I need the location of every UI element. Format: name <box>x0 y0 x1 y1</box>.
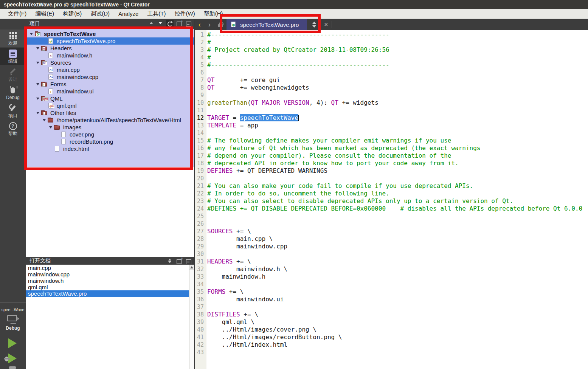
close-icon[interactable] <box>185 258 192 264</box>
grid-icon <box>8 31 17 40</box>
split-editor-icon[interactable] <box>311 21 318 28</box>
line-number: 8 <box>195 84 206 91</box>
tab-speechtotextwave-pro[interactable]: qt speechToTextWave.pro <box>227 19 307 30</box>
code-line: # The following define makes your compil… <box>206 137 588 144</box>
tree-item[interactable]: C+Sources <box>26 59 194 66</box>
menu-item[interactable]: 文件(F) <box>4 9 31 18</box>
debug-run-button[interactable] <box>0 353 26 364</box>
kit-expand-arrow-icon[interactable] <box>17 317 19 320</box>
lock-icon[interactable] <box>217 21 223 28</box>
mode-grid[interactable]: 欢迎 <box>0 29 26 47</box>
code-line: TARGET = speechToTextWave <box>206 114 588 122</box>
tree-item-label: recordButton.png <box>70 138 113 145</box>
doc-badge <box>43 112 45 115</box>
tree-item[interactable]: /Forms <box>26 81 194 88</box>
mode-pencil[interactable]: 设计 <box>0 66 26 83</box>
split-icon[interactable] <box>176 20 183 26</box>
expand-arrow-icon[interactable] <box>42 116 48 124</box>
tree-item[interactable]: cover.png <box>26 131 194 138</box>
folder-icon: qml <box>41 96 48 102</box>
code-line: greaterThan(QT_MAJOR_VERSION, 4): QT += … <box>206 99 588 107</box>
split-icon[interactable] <box>176 258 183 264</box>
line-number: 22 <box>195 190 206 197</box>
expand-arrow-icon[interactable] <box>49 124 54 131</box>
code-segment: #DEFINES += QT_DISABLE_DEPRECATED_BEFORE… <box>207 205 582 212</box>
code-line: main.cpp \ <box>206 235 588 243</box>
forward-icon[interactable]: › <box>205 19 214 30</box>
code-segment: # depend on your compiler). Please consu… <box>207 152 451 159</box>
line-number: 1 <box>195 31 206 39</box>
code-segment: # deprecated API in order to know how to… <box>207 160 459 167</box>
code-line: # deprecated API in order to know how to… <box>206 160 588 167</box>
sync-icon[interactable] <box>166 20 174 28</box>
collapse-icon[interactable] <box>148 20 155 26</box>
menu-item[interactable]: 编辑(E) <box>31 9 59 18</box>
filter-icon[interactable] <box>157 20 164 26</box>
menu-item[interactable]: 帮助(H) <box>200 9 228 18</box>
mode-bug[interactable]: Debug <box>0 84 26 101</box>
kit-selector[interactable]: spee...Wave Debug <box>0 302 26 331</box>
tree-item[interactable]: C+main.cpp <box>26 66 194 73</box>
file-icon <box>61 132 67 138</box>
code-segment: # Project created by QtCreator 2018-11-0… <box>207 46 389 53</box>
tree-item[interactable]: C+mainwindow.cpp <box>26 73 194 81</box>
mode-label: 欢迎 <box>8 41 17 45</box>
close-tab-icon[interactable]: × <box>323 20 329 29</box>
expand-arrow-icon[interactable] <box>36 95 41 102</box>
tree-item[interactable]: hmainwindow.h <box>26 52 194 59</box>
tree-item[interactable]: index.html <box>26 145 194 152</box>
file-icon: qt <box>48 38 54 44</box>
back-icon[interactable]: ‹ <box>195 19 205 30</box>
open-doc-item[interactable]: qml.qml <box>26 284 189 290</box>
code-line: #---------------------------------------… <box>206 31 588 39</box>
monitor-icon <box>7 315 17 321</box>
run-button[interactable] <box>0 338 26 349</box>
menu-item[interactable]: 工具(T) <box>143 9 170 18</box>
build-button[interactable] <box>0 366 26 369</box>
editor-tab-bar: ‹ › qt speechToTextWave.pro × <box>195 19 588 30</box>
updown-icon[interactable] <box>167 258 174 264</box>
close-icon[interactable] <box>185 20 192 26</box>
menu-item[interactable]: 控件(W) <box>171 9 200 18</box>
tree-item-label: speechToTextWave <box>44 31 96 37</box>
code-segment: ../Html/index.html <box>207 341 287 348</box>
mode-help[interactable]: 帮助 <box>0 120 26 138</box>
tree-item[interactable]: qtspeechToTextWave.pro <box>26 37 194 45</box>
line-number: 35 <box>195 288 206 296</box>
open-doc-item[interactable]: speechToTextWave.pro <box>26 290 189 297</box>
menu-item[interactable]: 调试(D) <box>86 9 114 18</box>
tree-item[interactable]: recordButton.png <box>26 138 194 145</box>
expand-arrow-icon[interactable] <box>36 109 41 116</box>
scroll-up-icon[interactable] <box>189 265 194 270</box>
code-editor[interactable]: #---------------------------------------… <box>206 30 588 369</box>
menu-item[interactable]: 构建(B) <box>59 9 86 18</box>
mode-edit[interactable]: 编辑 <box>0 48 26 65</box>
expand-arrow-icon[interactable] <box>36 59 41 66</box>
expand-arrow-icon[interactable] <box>36 45 41 52</box>
code-line <box>206 349 588 356</box>
open-doc-item[interactable]: main.cpp <box>26 265 189 271</box>
code-line <box>206 281 588 288</box>
code-line: # Project created by QtCreator 2018-11-0… <box>206 46 588 54</box>
tree-item[interactable]: /mainwindow.ui <box>26 88 194 95</box>
expand-arrow-icon[interactable] <box>29 30 35 37</box>
line-number: 7 <box>195 76 206 84</box>
code-line: mainwindow.h \ <box>206 265 588 273</box>
mode-wrench[interactable]: 项目 <box>0 102 26 119</box>
tree-item[interactable]: images <box>26 124 194 131</box>
line-number: 2 <box>195 39 206 46</box>
tree-item[interactable]: qmlqml.qml <box>26 102 194 109</box>
tree-item[interactable]: Other files <box>26 109 194 116</box>
open-doc-item[interactable]: mainwindow.cpp <box>26 271 189 278</box>
open-documents-scrollbar[interactable] <box>189 265 194 369</box>
tree-item[interactable]: hHeaders <box>26 45 194 52</box>
window-title: speechToTextWave.pro @ speechToTextWave … <box>0 0 588 9</box>
tree-item[interactable]: QtspeechToTextWave <box>26 30 194 37</box>
expand-arrow-icon[interactable] <box>36 81 41 88</box>
menu-item[interactable]: Analyze <box>114 10 143 18</box>
tree-item[interactable]: /home/pattenkuo/AllTest/speechToTextWave… <box>26 116 194 124</box>
editor-area: ‹ › qt speechToTextWave.pro × 1234567891… <box>194 19 588 369</box>
tree-item[interactable]: qmlQML <box>26 95 194 102</box>
mode-label: 编辑 <box>8 59 17 64</box>
open-doc-item[interactable]: mainwindow.h <box>26 278 189 284</box>
